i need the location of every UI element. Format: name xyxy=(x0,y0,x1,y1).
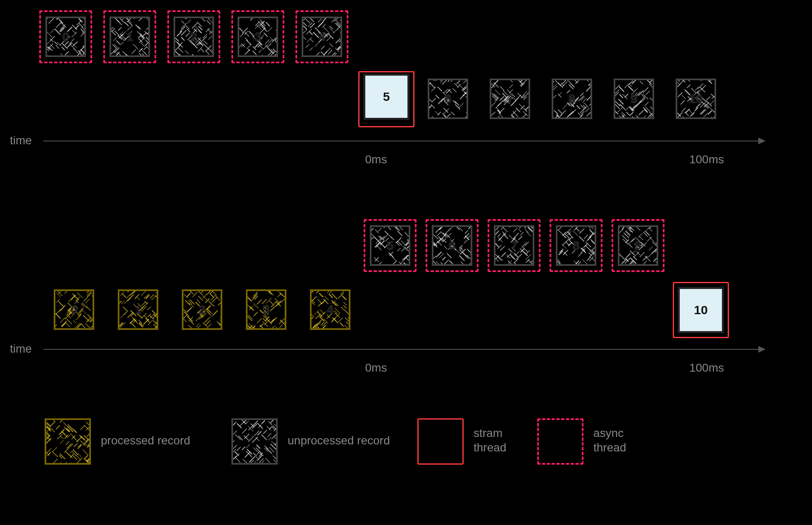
legend-label-stream: stram thread xyxy=(474,426,506,455)
record-label: 4 xyxy=(303,18,341,55)
axis-label-bot: time xyxy=(10,342,32,356)
record-label: 1 xyxy=(119,291,157,328)
record-tile: 7 xyxy=(490,79,530,119)
legend-swatch-unprocessed xyxy=(231,418,278,465)
record-label: 9 xyxy=(619,227,657,264)
record-tile: 6 xyxy=(428,79,468,119)
record-label: 3 xyxy=(248,291,285,328)
record-label: 2 xyxy=(175,18,212,55)
diagram-root: time 0ms 100ms time 0ms 100ms processed … xyxy=(0,0,812,525)
record-tile: 3 xyxy=(238,17,278,57)
record-tile: 0 xyxy=(45,17,86,57)
axis-line-top xyxy=(43,141,758,141)
record-label: 9 xyxy=(615,80,652,117)
record-tile: 1 xyxy=(118,289,158,330)
axis-arrow-bot xyxy=(758,346,766,353)
record-label: 7 xyxy=(495,227,533,264)
legend-label-async: async thread xyxy=(593,426,626,455)
record-tile: 9 xyxy=(614,79,654,119)
axis-arrow-top xyxy=(758,138,766,144)
record-label: 10 xyxy=(680,289,722,331)
axis-label-top: time xyxy=(10,134,32,147)
record-tile: 7 xyxy=(494,225,534,266)
legend-swatch-async xyxy=(537,418,583,465)
record-tile: 8 xyxy=(556,225,596,266)
record-label: 5 xyxy=(365,76,407,118)
record-tile: 5 xyxy=(370,225,410,266)
record-label: 3 xyxy=(239,18,276,55)
record-label: 2 xyxy=(183,291,221,328)
record-label: 4 xyxy=(312,291,349,328)
axis-line-bot xyxy=(43,349,758,350)
legend-swatch-stream xyxy=(417,418,464,465)
record-label: 1 xyxy=(111,18,148,55)
record-tile: 6 xyxy=(432,225,472,266)
tick-0-bot: 0ms xyxy=(360,361,393,375)
record-label: 5 xyxy=(371,227,409,264)
record-tile: 1 xyxy=(110,17,150,57)
legend-label-unprocessed: unprocessed record xyxy=(288,433,390,448)
tick-100-bot: 100ms xyxy=(682,361,731,375)
record-label: 0 xyxy=(47,18,84,55)
tick-100-top: 100ms xyxy=(682,153,731,166)
record-tile: 0 xyxy=(54,289,94,330)
record-tile: 4 xyxy=(302,17,342,57)
legend-label-processed: processed record xyxy=(101,433,190,448)
legend-swatch-processed xyxy=(45,418,91,465)
record-tile: 4 xyxy=(310,289,350,330)
record-tile: 10 xyxy=(676,79,716,119)
tick-0-top: 0ms xyxy=(360,153,393,166)
record-tile: 3 xyxy=(246,289,286,330)
record-label: 0 xyxy=(55,291,93,328)
record-tile: 8 xyxy=(552,79,592,119)
record-label: 6 xyxy=(429,80,467,117)
record-label: 6 xyxy=(433,227,471,264)
record-label: 10 xyxy=(677,80,714,117)
record-label: 8 xyxy=(553,80,591,117)
record-label: 8 xyxy=(557,227,595,264)
record-label: 7 xyxy=(491,80,529,117)
record-tile: 2 xyxy=(174,17,214,57)
record-tile: 5 xyxy=(363,74,410,120)
record-tile: 10 xyxy=(678,287,724,333)
record-tile: 2 xyxy=(182,289,222,330)
record-tile: 9 xyxy=(618,225,658,266)
